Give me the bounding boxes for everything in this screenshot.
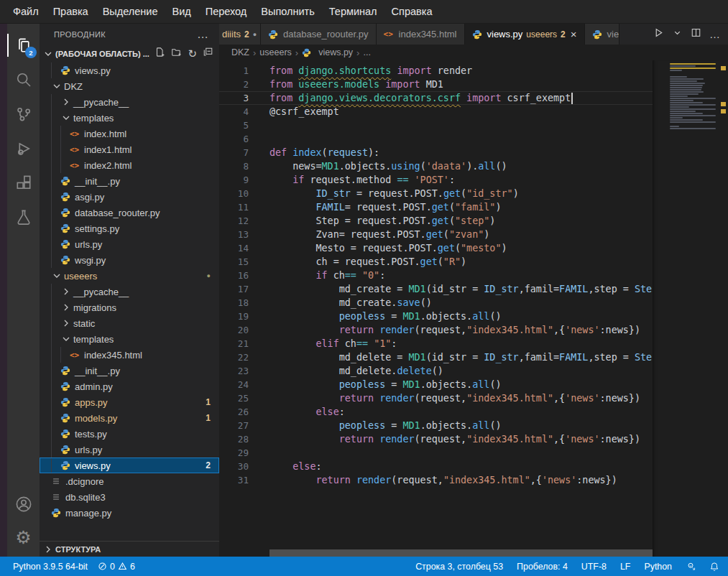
run-icon[interactable] — [653, 27, 664, 41]
code-line-20[interactable]: 20 return render(request,"index345.html"… — [219, 323, 728, 337]
new-folder-icon[interactable] — [171, 47, 182, 60]
code-line-8[interactable]: 8 news=MD1.objects.using('daata').all() — [219, 159, 728, 173]
activity-source-control[interactable] — [7, 97, 40, 131]
activity-search[interactable] — [7, 62, 40, 97]
tree-item-useeers[interactable]: useeers● — [40, 268, 219, 284]
tree-item-manage.py[interactable]: manage.py — [40, 505, 219, 521]
code-line-10[interactable]: 10 ID_str = request.POST.get("id_str") — [219, 187, 728, 200]
status-item-1[interactable]: Строка 3, столбец 53 — [415, 562, 503, 572]
tree-item-views.py[interactable]: views.py — [40, 62, 219, 78]
status-item-4[interactable]: LF — [620, 562, 630, 572]
code-line-18[interactable]: 18 md_create.save() — [219, 296, 728, 310]
menu-item-3[interactable]: Выделение — [96, 0, 165, 24]
status-item-3[interactable]: UTF-8 — [581, 562, 607, 572]
code-line-2[interactable]: 2from useeers.models import MD1 — [219, 78, 728, 91]
tab-database_roouter.py[interactable]: database_roouter.py — [261, 24, 377, 45]
tree-item-migrations[interactable]: migrations — [40, 299, 219, 315]
tree-item-db.sqlite3[interactable]: db.sqlite3 — [40, 489, 219, 505]
activity-extensions[interactable] — [7, 166, 40, 200]
collapse-all-icon[interactable] — [203, 47, 213, 60]
tree-item-.dcignore[interactable]: .dcignore — [40, 473, 219, 489]
activity-run-debug[interactable] — [7, 131, 40, 166]
code-editor[interactable]: 1from django.shortcuts import render2fro… — [219, 60, 728, 557]
tree-item-wsgi.py[interactable]: wsgi.py — [40, 252, 219, 268]
tree-item-static[interactable]: static — [40, 315, 219, 331]
tree-item-index.html[interactable]: <>index.html — [40, 126, 219, 141]
menu-item-7[interactable]: Терминал — [322, 0, 384, 24]
close-icon[interactable]: × — [571, 28, 577, 40]
workspace-section-header[interactable]: (РАБОЧАЯ ОБЛАСТЬ) ... ↻ — [40, 45, 219, 62]
feedback-icon[interactable] — [686, 562, 696, 572]
code-line-11[interactable]: 11 FAMIL= request.POST.get("famil") — [219, 200, 728, 214]
activity-account[interactable] — [7, 488, 40, 521]
tree-item-templates[interactable]: templates — [40, 331, 219, 347]
minimap[interactable] — [653, 60, 719, 557]
tree-item-__init__.py[interactable]: __init__.py — [40, 173, 219, 189]
code-line-26[interactable]: 26 else: — [219, 405, 728, 419]
outline-section-header[interactable]: СТРУКТУРА — [40, 541, 219, 557]
breadcrumb-item-views.py[interactable]: views.py — [318, 47, 353, 57]
code-line-6[interactable]: 6 — [219, 132, 728, 146]
tree-item-urls.py[interactable]: urls.py — [40, 442, 219, 457]
code-line-19[interactable]: 19 peopless = MD1.objects.all() — [219, 310, 728, 323]
code-line-25[interactable]: 25 return render(request,"index345.html"… — [219, 391, 728, 405]
tree-item-views.py[interactable]: views.py2 — [40, 457, 219, 473]
tree-item-DKZ[interactable]: DKZ — [40, 78, 219, 94]
menu-item-2[interactable]: Правка — [46, 0, 96, 24]
code-line-28[interactable]: 28 return render(request,"index345.html"… — [219, 432, 728, 446]
code-line-31[interactable]: 31 return render(request,"index345.html"… — [219, 473, 728, 487]
breadcrumb-item-useeers[interactable]: useeers — [259, 47, 291, 57]
tree-item-tests.py[interactable]: tests.py — [40, 426, 219, 442]
tree-item-apps.py[interactable]: apps.py1 — [40, 394, 219, 410]
tree-item-templates[interactable]: templates — [40, 110, 219, 126]
tree-item-__init__.py[interactable]: __init__.py — [40, 363, 219, 378]
problems-status[interactable]: 0 6 — [98, 562, 135, 572]
code-line-13[interactable]: 13 Zvan= request.POST.get("zvan") — [219, 228, 728, 241]
code-line-9[interactable]: 9 if request.method == 'POST': — [219, 173, 728, 187]
breadcrumb-item-...[interactable]: ... — [363, 47, 370, 57]
tab-views.py[interactable]: views.pyuseeers2× — [465, 24, 585, 45]
code-line-23[interactable]: 23 md_delete.delete() — [219, 364, 728, 378]
code-line-17[interactable]: 17 md_create = MD1(id_str = ID_str,famil… — [219, 282, 728, 296]
python-interpreter-status[interactable]: Python 3.9.5 64-bit — [13, 562, 88, 572]
menu-item-6[interactable]: Выполнить — [254, 0, 321, 24]
overview-ruler[interactable] — [719, 60, 728, 557]
activity-testing[interactable] — [7, 200, 40, 235]
tab-diiits[interactable]: diiits2● — [219, 24, 261, 45]
activity-settings[interactable]: ⚙ — [7, 521, 40, 554]
more-actions-icon[interactable]: … — [709, 28, 721, 40]
code-line-15[interactable]: 15 ch = request.POST.get("R") — [219, 255, 728, 269]
code-line-30[interactable]: 30 else: — [219, 460, 728, 473]
tree-item-__pycache__[interactable]: __pycache__ — [40, 284, 219, 299]
notifications-bell-icon[interactable] — [709, 562, 719, 572]
menu-item-5[interactable]: Переход — [198, 0, 254, 24]
tree-item-settings.py[interactable]: settings.py — [40, 220, 219, 236]
code-line-16[interactable]: 16 if ch== "0": — [219, 269, 728, 282]
code-line-7[interactable]: 7def index(request): — [219, 146, 728, 159]
tree-item-index1.html[interactable]: <>index1.html — [40, 141, 219, 157]
tree-item-index345.html[interactable]: <>index345.html — [40, 347, 219, 363]
tree-item-database_roouter.py[interactable]: database_roouter.py — [40, 205, 219, 220]
tab-index345.html[interactable]: <>index345.html — [377, 24, 465, 45]
tab-vie[interactable]: vie — [585, 24, 619, 45]
code-line-3[interactable]: 3from django.views.decorators.csrf impor… — [219, 91, 728, 105]
code-line-5[interactable]: 5 — [219, 119, 728, 132]
menu-item-1[interactable]: Файл — [6, 0, 46, 24]
menu-item-8[interactable]: Справка — [384, 0, 440, 24]
new-file-icon[interactable] — [155, 47, 165, 60]
code-line-24[interactable]: 24 peopless = MD1.objects.all() — [219, 378, 728, 391]
menu-item-4[interactable]: Вид — [165, 0, 198, 24]
code-line-4[interactable]: 4@csrf_exempt — [219, 105, 728, 119]
code-line-1[interactable]: 1from django.shortcuts import render — [219, 64, 728, 78]
split-editor-icon[interactable] — [691, 27, 701, 41]
sidebar-more-actions-icon[interactable]: … — [197, 28, 209, 41]
breadcrumb-item-DKZ[interactable]: DKZ — [231, 47, 249, 57]
tree-item-urls.py[interactable]: urls.py — [40, 236, 219, 252]
code-line-12[interactable]: 12 Step = request.POST.get("step") — [219, 214, 728, 228]
activity-explorer[interactable]: 2 — [7, 28, 40, 62]
tree-item-index2.html[interactable]: <>index2.html — [40, 157, 219, 173]
status-item-2[interactable]: Пробелов: 4 — [517, 562, 568, 572]
tree-item-asgi.py[interactable]: asgi.py — [40, 189, 219, 205]
code-line-14[interactable]: 14 Mesto = request.POST.get("mesto") — [219, 241, 728, 255]
code-line-22[interactable]: 22 md_delete = MD1(id_str = ID_str,famil… — [219, 350, 728, 364]
